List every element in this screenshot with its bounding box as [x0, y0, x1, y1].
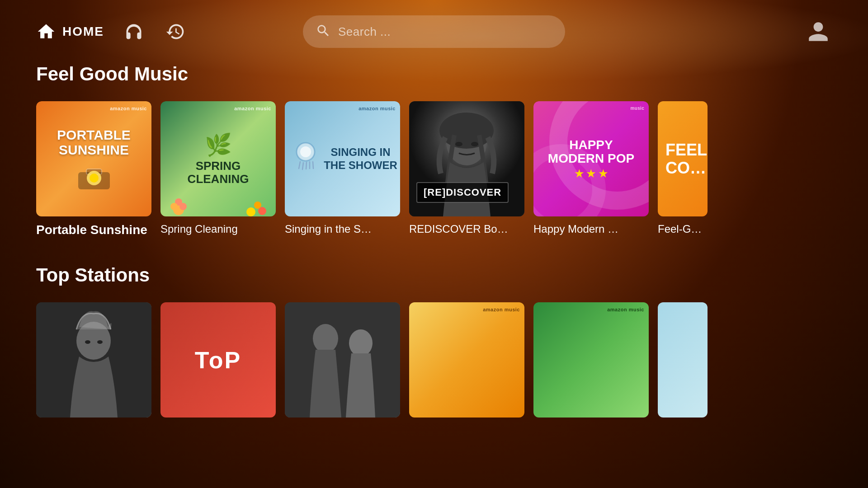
station-card-woman[interactable] — [36, 302, 151, 418]
feel-good-text: FEELCO… — [658, 141, 707, 177]
card-happy-modern-pop[interactable]: music HAPPYMODERN POP ★ ★ ★ Happy Modern… — [533, 101, 649, 237]
svg-line-15 — [306, 162, 307, 169]
svg-point-22 — [471, 142, 478, 146]
top-stations-title: Top Stations — [36, 264, 832, 286]
top-stations-section: Top Stations — [36, 264, 832, 418]
station-card-green[interactable]: amazon music — [533, 302, 649, 418]
main-content: Feel Good Music amazon music PORTABLESUN… — [0, 63, 868, 418]
feel-good-music-title: Feel Good Music — [36, 63, 832, 85]
happy-modern-pop-art: music HAPPYMODERN POP ★ ★ ★ — [533, 101, 649, 216]
feel-good-music-section: Feel Good Music amazon music PORTABLESUN… — [36, 63, 832, 237]
station-blue-art — [658, 302, 708, 418]
svg-point-12 — [300, 146, 311, 157]
card-portable-sunshine[interactable]: amazon music PORTABLESUNSHINE P — [36, 101, 151, 237]
flowers-decoration — [160, 180, 276, 216]
navbar: HOME Search ... — [0, 0, 868, 63]
feel-good-cards-row: amazon music PORTABLESUNSHINE P — [36, 101, 832, 237]
svg-point-3 — [90, 174, 99, 183]
station-woman-art — [36, 302, 151, 418]
nav-right — [565, 18, 832, 45]
card-feel-good-partial[interactable]: FEELCO… Feel-Go… — [658, 101, 708, 237]
svg-rect-27 — [285, 302, 400, 418]
card-portable-sunshine-img: amazon music PORTABLESUNSHINE — [36, 101, 151, 216]
amazon-music-badge: amazon music — [110, 106, 147, 111]
svg-point-10 — [258, 207, 266, 215]
card-happy-modern-pop-img: music HAPPYMODERN POP ★ ★ ★ — [533, 101, 649, 216]
svg-line-13 — [299, 162, 300, 169]
sun-suitcase-icon — [74, 161, 114, 190]
station-green-img: amazon music — [533, 302, 649, 418]
card-singing-shower[interactable]: amazon music SINGING INTHE SH — [285, 101, 400, 237]
card-rediscover-img: amazon music — [409, 101, 524, 216]
amazon-music-badge-station4: amazon music — [483, 307, 520, 312]
singing-shower-label: Singing in the S… — [285, 223, 400, 235]
portable-sunshine-label: Portable Sunshine — [36, 223, 151, 237]
svg-point-6 — [170, 203, 178, 210]
portable-sunshine-art: amazon music PORTABLESUNSHINE — [36, 101, 151, 216]
station-gradient-img: amazon music — [409, 302, 524, 418]
search-icon — [316, 23, 331, 40]
card-feel-good-img: FEELCO… — [658, 101, 708, 216]
card-spring-cleaning[interactable]: amazon music 🌿 SPRINGCLEANING — [160, 101, 276, 237]
home-label: HOME — [62, 24, 104, 39]
station-top-img: ToP — [160, 302, 276, 418]
station-card-gradient[interactable]: amazon music — [409, 302, 524, 418]
station-jazz-img — [285, 302, 400, 418]
station-blue-img — [658, 302, 708, 418]
feel-good-art: FEELCO… — [658, 101, 708, 216]
svg-line-17 — [313, 162, 313, 169]
svg-point-26 — [97, 340, 103, 344]
jazz-silhouettes — [285, 302, 400, 418]
svg-point-28 — [313, 324, 338, 353]
spring-cleaning-text: SPRINGCLEANING — [188, 160, 249, 185]
home-icon — [36, 22, 56, 42]
svg-point-7 — [179, 203, 187, 210]
svg-point-29 — [349, 329, 373, 357]
spring-cleaning-art: amazon music 🌿 SPRINGCLEANING — [160, 101, 276, 216]
top-stations-cards-row: ToP — [36, 302, 832, 418]
history-icon — [165, 22, 185, 42]
card-rediscover[interactable]: amazon music — [409, 101, 524, 237]
profile-icon — [807, 20, 830, 43]
search-placeholder: Search ... — [338, 25, 391, 39]
amazon-music-badge-3: amazon music — [359, 106, 396, 111]
profile-button[interactable] — [805, 18, 832, 45]
happy-modern-pop-label: Happy Modern … — [533, 223, 649, 235]
station-card-jazz[interactable] — [285, 302, 400, 418]
showerhead-icon — [288, 139, 324, 175]
rediscover-badge: [RE]DISCOVER — [416, 182, 509, 203]
svg-line-14 — [302, 163, 303, 169]
svg-point-20 — [439, 113, 494, 149]
portable-sunshine-text: PORTABLESUNSHINE — [57, 127, 131, 157]
feel-good-label: Feel-Go… — [658, 223, 708, 235]
history-button[interactable] — [164, 20, 187, 43]
spray-icon: 🌿 — [205, 132, 232, 158]
station-card-blue[interactable] — [658, 302, 708, 418]
amazon-music-badge-2: amazon music — [234, 106, 271, 111]
station-top-text: ToP — [195, 347, 241, 374]
singing-shower-text: SINGING INTHE SHOWER — [324, 146, 397, 172]
card-singing-shower-img: amazon music SINGING INTHE SH — [285, 101, 400, 216]
station-green-art: amazon music — [533, 302, 649, 418]
amazon-music-badge-station5: amazon music — [607, 307, 644, 312]
svg-point-25 — [85, 340, 90, 344]
rediscover-art: amazon music — [409, 101, 524, 216]
singing-shower-art: amazon music SINGING INTHE SH — [285, 101, 400, 216]
station-top-art: ToP — [160, 302, 276, 418]
spring-cleaning-label: Spring Cleaning — [160, 223, 276, 235]
search-bar[interactable]: Search ... — [303, 15, 565, 48]
station-jazz-art — [285, 302, 400, 418]
headphones-button[interactable] — [122, 20, 146, 43]
woman-silhouette — [36, 302, 151, 418]
rediscover-label: REDISCOVER Bo… — [409, 223, 524, 235]
station-woman-img — [36, 302, 151, 418]
card-spring-cleaning-img: amazon music 🌿 SPRINGCLEANING — [160, 101, 276, 216]
headphones-icon — [124, 22, 144, 42]
happy-modern-pop-text: HAPPYMODERN POP ★ ★ ★ — [548, 138, 634, 180]
svg-point-8 — [246, 207, 255, 216]
svg-point-21 — [455, 142, 462, 146]
station-card-top[interactable]: ToP — [160, 302, 276, 418]
home-nav-item[interactable]: HOME — [36, 22, 104, 42]
station-gradient-art: amazon music — [409, 302, 524, 418]
nav-left: HOME — [36, 20, 303, 43]
